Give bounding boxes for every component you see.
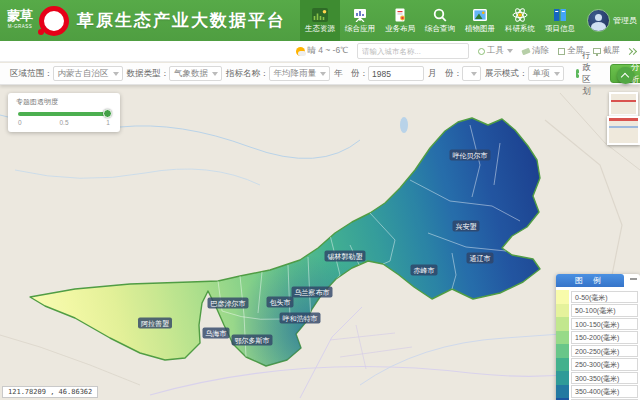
more-tools-button[interactable]: [628, 49, 636, 54]
region-label: 区域范围：: [10, 68, 53, 80]
lake: [400, 117, 408, 133]
city-label: 乌海市: [203, 328, 230, 339]
clear-button[interactable]: 清除: [522, 45, 549, 57]
region-value: 内蒙古自治区: [58, 68, 109, 80]
basemap-thumbnail-1[interactable]: [609, 92, 638, 116]
year-input[interactable]: [368, 66, 424, 81]
mengcao-logo-icon: [39, 6, 69, 36]
filter-toolbar: 区域范围： 内蒙古自治区 数据类型： 气象数据 指标名称： 年均降雨量 年 份：…: [0, 63, 640, 85]
caret-down-icon: [471, 72, 477, 76]
page-title: 草原生态产业大数据平台: [77, 9, 286, 32]
nav-item-project-info[interactable]: 项目信息: [540, 0, 580, 41]
legend-swatch: [556, 385, 569, 399]
nav-label: 植物图册: [465, 24, 495, 34]
month-label: 月 份：: [428, 68, 462, 80]
nav-item-research-system[interactable]: 科研系统: [500, 0, 540, 41]
legend-label: 350-400(毫米): [571, 385, 638, 398]
legend-label: 100-150(毫米): [571, 318, 638, 331]
checkbox-checked-icon: [576, 69, 580, 78]
comprehensive-app-icon: [352, 7, 368, 22]
indicator-select[interactable]: 年均降雨量: [269, 66, 331, 81]
search-query-icon: [432, 7, 448, 22]
weather-widget: 晴 4 ~ -6℃: [296, 45, 348, 57]
mode-value: 单项: [533, 68, 550, 80]
opacity-slider[interactable]: [18, 112, 108, 116]
opacity-ticks: 0 0.5 1: [18, 119, 110, 126]
research-system-icon: [512, 7, 528, 22]
legend-label: 200-250(毫米): [571, 345, 638, 358]
sun-icon: [296, 47, 305, 56]
legend-label: 150-200(毫米): [571, 331, 638, 344]
avatar: [587, 9, 610, 32]
legend-row: 250-300(毫米): [556, 358, 640, 372]
coordinates-readout: 121.78209 , 46.86362: [2, 386, 98, 398]
city-search-input[interactable]: [357, 43, 469, 59]
mode-select[interactable]: 单项: [528, 66, 564, 81]
user-name: 管理员: [613, 15, 637, 26]
basemap-thumbnail-2[interactable]: [607, 116, 640, 145]
indicator-label: 指标名称：: [226, 68, 269, 80]
eco-resource-icon: [312, 7, 328, 22]
opacity-panel-title: 专题图透明度: [8, 93, 120, 107]
app-window: 蒙草 M-GRASS 草原生态产业大数据平台 生态资源 综合应用: [0, 0, 640, 400]
city-label: 包头市: [267, 297, 294, 308]
legend-swatch: [556, 331, 569, 345]
map-canvas[interactable]: [0, 85, 640, 400]
legend-row: 50-100(毫米): [556, 304, 640, 318]
month-select[interactable]: [462, 66, 481, 81]
datatype-label: 数据类型：: [127, 68, 170, 80]
city-label: 阿拉善盟: [138, 318, 172, 329]
secondary-toolbar: 晴 4 ~ -6℃ 工具 清除 全屏 截屏: [0, 41, 640, 62]
legend-row: 350-400(毫米): [556, 385, 640, 399]
opacity-slider-handle[interactable]: [103, 109, 112, 118]
tools-dropdown[interactable]: 工具: [478, 45, 513, 57]
legend-collapse-icon[interactable]: [630, 278, 637, 280]
admin-division-checkbox[interactable]: 行政区划: [576, 50, 597, 98]
brand-wordmark: 蒙草 M-GRASS: [7, 10, 33, 32]
region-select[interactable]: 内蒙古自治区: [53, 66, 123, 81]
legend-swatch: [556, 304, 569, 318]
project-info-icon: [552, 7, 568, 22]
city-label: 呼伦贝尔市: [450, 150, 491, 161]
double-chevron-right-icon: [630, 47, 637, 54]
nav-item-plant-atlas[interactable]: 植物图册: [460, 0, 500, 41]
city-label: 赤峰市: [411, 265, 438, 276]
nav-label: 项目信息: [545, 24, 575, 34]
plant-atlas-icon: [472, 7, 488, 22]
nav-label: 业务布局: [385, 24, 415, 34]
nav-item-search-query[interactable]: 综合查询: [420, 0, 460, 41]
brand: 蒙草 M-GRASS 草原生态产业大数据平台: [0, 6, 286, 36]
legend-row: 300-350(毫米): [556, 371, 640, 385]
map-area: 呼伦贝尔市 兴安盟 通辽市 赤峰市 锡林郭勒盟 乌兰察布市 呼和浩特市 包头市 …: [0, 85, 640, 400]
tick-05: 0.5: [59, 119, 68, 126]
legend-title: 图 例: [556, 274, 624, 287]
mode-label: 展示模式：: [485, 68, 528, 80]
legend-rows: 0-50(毫米) 50-100(毫米) 100-150(毫米) 150-200(…: [556, 290, 640, 400]
caret-down-icon: [320, 72, 326, 76]
city-label: 呼和浩特市: [280, 313, 321, 324]
legend-row: 150-200(毫米): [556, 331, 640, 345]
screenshot-button[interactable]: 截屏: [593, 45, 620, 57]
main-nav: 生态资源 综合应用 业务布局 综合查询: [300, 0, 580, 41]
tick-0: 0: [18, 119, 22, 126]
datatype-select[interactable]: 气象数据: [169, 66, 222, 81]
business-layout-icon: [392, 7, 408, 22]
caret-down-icon: [554, 72, 560, 76]
legend-row: 200-250(毫米): [556, 344, 640, 358]
weather-text: 晴 4 ~ -6℃: [307, 45, 348, 57]
nav-item-comprehensive-app[interactable]: 综合应用: [340, 0, 380, 41]
nav-label: 综合查询: [425, 24, 455, 34]
admin-division-label: 行政区划: [582, 50, 596, 98]
screenshot-label: 截屏: [603, 45, 620, 57]
legend-swatch: [556, 317, 569, 331]
caret-down-icon: [113, 72, 119, 76]
legend-row: 0-50(毫米): [556, 290, 640, 304]
user-menu[interactable]: 管理员: [587, 0, 637, 41]
datatype-value: 气象数据: [174, 68, 208, 80]
nav-item-eco-resource[interactable]: 生态资源: [300, 0, 340, 41]
nav-item-business-layout[interactable]: 业务布局: [380, 0, 420, 41]
nav-label: 综合应用: [345, 24, 375, 34]
city-label: 锡林郭勒盟: [325, 251, 366, 262]
legend-label: 250-300(毫米): [571, 358, 638, 371]
collapse-toolbar-button[interactable]: [617, 67, 634, 84]
